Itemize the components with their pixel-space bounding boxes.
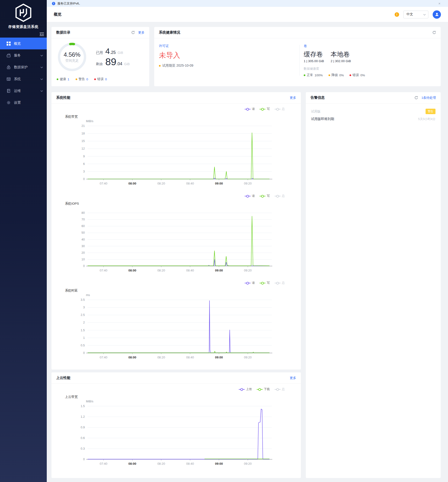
info-icon: i <box>52 2 55 5</box>
used-int: 4 <box>105 47 110 56</box>
legend-item-下载[interactable]: 下载 <box>257 387 270 391</box>
sidebar-item-data-protection[interactable]: 数据保护 <box>0 61 47 73</box>
green-dot <box>304 74 305 76</box>
logo: 存储资源盘活系统 <box>0 0 47 29</box>
svg-text:18: 18 <box>81 132 85 135</box>
legend-marker-icon <box>257 388 263 391</box>
svg-text:07:40: 07:40 <box>100 356 107 359</box>
sidebar-item-settings[interactable]: 设置 <box>0 97 47 108</box>
svg-text:09:20: 09:20 <box>244 182 252 185</box>
license-section: 许可证 未导入 试用期至 2025-10-09 <box>159 44 299 77</box>
lock-icon <box>7 65 11 69</box>
banner-close-icon[interactable]: × <box>438 2 440 5</box>
svg-text:ms: ms <box>86 293 90 297</box>
health-degraded: 降级0% <box>329 73 344 77</box>
cloud-performance-more-link[interactable]: 更多 <box>290 376 296 380</box>
svg-text:9: 9 <box>83 155 85 158</box>
content: 数据目录 更多 <box>47 22 448 482</box>
free-label: 剩余 <box>96 62 103 66</box>
legend-item-写[interactable]: 写 <box>259 107 270 111</box>
svg-text:08:20: 08:20 <box>157 269 165 272</box>
banner-text: 服务已支持IPv6。 <box>57 1 82 6</box>
legend-item-读[interactable]: 读 <box>245 194 255 198</box>
svg-text:30: 30 <box>81 245 85 248</box>
chevron-down-icon <box>40 89 43 93</box>
free-space-row: 剩余 89 .04 GiB <box>96 56 130 68</box>
svg-text:0.3: 0.3 <box>81 447 85 450</box>
svg-text:21: 21 <box>81 124 85 128</box>
app-title: 存储资源盘活系统 <box>0 24 47 29</box>
volume-local: 本地卷 2 | 302.00 GiB <box>331 50 351 63</box>
capacity-donut: 4.56% 空间充足 <box>57 42 87 72</box>
license-label: 许可证 <box>159 44 299 48</box>
data-health-stats: 正常100% 降级0% 错误0% <box>304 73 365 77</box>
brand-logo-icon <box>14 3 33 23</box>
svg-text:08:20: 08:20 <box>157 462 165 466</box>
system-performance-card: 系统性能 更多 读写总 系统带宽 03691215182107:4008:000… <box>51 92 301 370</box>
svg-text:09:00: 09:00 <box>215 269 223 272</box>
user-avatar[interactable] <box>433 10 441 19</box>
chart-legend: 上传下载总 <box>239 387 285 391</box>
svg-text:MiB/s: MiB/s <box>86 120 93 123</box>
orange-dot <box>76 79 77 80</box>
orange-dot <box>159 65 161 67</box>
green-dot <box>57 79 58 80</box>
alert-message: 试用版即将到期 <box>311 117 334 121</box>
health-error: 错误0% <box>350 73 365 77</box>
language-select[interactable]: 中文 <box>403 11 428 18</box>
svg-text:08:00: 08:00 <box>128 269 136 272</box>
svg-text:09:20: 09:20 <box>244 356 252 359</box>
svg-text:6: 6 <box>83 162 85 166</box>
svg-text:08:00: 08:00 <box>128 462 136 466</box>
legend-item-写[interactable]: 写 <box>259 194 270 198</box>
svg-text:08:20: 08:20 <box>157 356 165 359</box>
svg-text:08:00: 08:00 <box>128 182 136 185</box>
data-catalog-card: 数据目录 更多 <box>51 27 149 86</box>
refresh-icon[interactable] <box>432 31 436 34</box>
status-error: 错误0 <box>94 77 107 81</box>
legend-marker-icon <box>259 108 266 110</box>
svg-text:15: 15 <box>81 139 85 143</box>
legend-item-总[interactable]: 总 <box>275 281 285 285</box>
svg-text:20: 20 <box>81 251 85 255</box>
bandwidth-chart: 03691215182107:4008:0008:2008:4009:0009:… <box>56 116 296 187</box>
sidebar-collapse-icon[interactable] <box>40 32 44 37</box>
system-health-card: 系统健康情况 许可证 未导入 试 <box>154 27 441 86</box>
svg-text:3: 3 <box>83 306 85 309</box>
legend-item-写[interactable]: 写 <box>259 281 270 285</box>
legend-item-读[interactable]: 读 <box>245 107 255 111</box>
services-box-icon <box>7 53 11 57</box>
data-catalog-more-link[interactable]: 更多 <box>138 31 145 35</box>
cloud-performance-title: 上云性能 <box>56 376 70 380</box>
refresh-icon[interactable] <box>415 96 418 99</box>
license-note: 试用期至 2025-10-09 <box>159 64 299 68</box>
sidebar-item-services[interactable]: 服务 <box>0 49 47 61</box>
svg-text:40: 40 <box>81 238 85 241</box>
refresh-icon[interactable] <box>131 31 135 34</box>
legend-item-上传[interactable]: 上传 <box>239 387 252 391</box>
sidebar-item-operations[interactable]: 运维 <box>0 85 47 97</box>
svg-text:3.5: 3.5 <box>81 298 85 301</box>
legend-item-读[interactable]: 读 <box>245 281 255 285</box>
sidebar-item-overview[interactable]: 概览 <box>0 38 47 49</box>
legend-item-总[interactable]: 总 <box>275 107 285 111</box>
legend-marker-icon <box>239 388 245 391</box>
license-status: 未导入 <box>159 51 299 60</box>
svg-text:09:20: 09:20 <box>244 462 252 466</box>
svg-text:07:40: 07:40 <box>100 462 107 466</box>
svg-text:0: 0 <box>83 264 85 268</box>
svg-text:12: 12 <box>81 147 85 150</box>
svg-text:3: 3 <box>83 170 85 173</box>
svg-text:0.5: 0.5 <box>81 344 85 347</box>
legend-item-总[interactable]: 总 <box>275 387 285 391</box>
svg-text:0: 0 <box>83 351 85 355</box>
gear-icon <box>7 101 11 105</box>
svg-text:08:40: 08:40 <box>186 182 194 185</box>
bandwidth-chart-block: 读写总 系统带宽 03691215182107:4008:0008:2008:4… <box>51 104 301 190</box>
warning-icon[interactable]: ! <box>395 12 399 17</box>
alerts-pending-link[interactable]: 1条待处理 <box>421 96 436 100</box>
svg-text:MiB/s: MiB/s <box>86 400 93 403</box>
legend-item-总[interactable]: 总 <box>275 194 285 198</box>
sidebar-item-system[interactable]: 系统 <box>0 73 47 85</box>
system-performance-more-link[interactable]: 更多 <box>290 96 296 100</box>
